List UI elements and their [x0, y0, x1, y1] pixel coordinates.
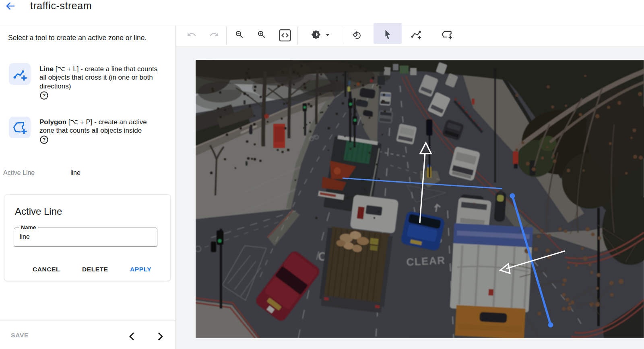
svg-text:?: ?	[43, 137, 46, 143]
svg-text:?: ?	[43, 92, 46, 99]
